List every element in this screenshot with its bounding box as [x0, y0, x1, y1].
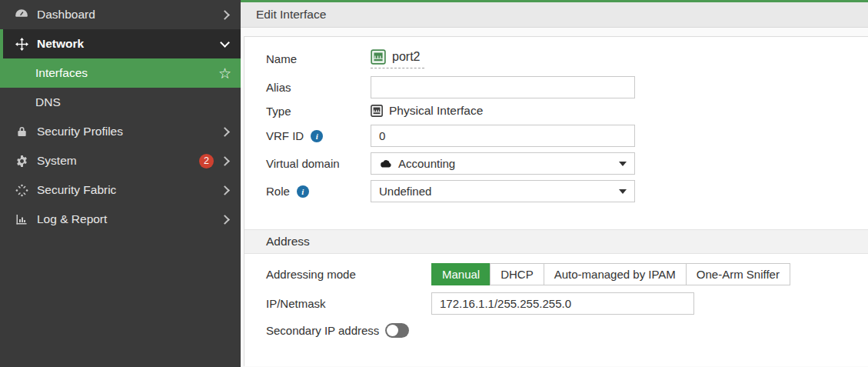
lock-icon — [14, 125, 29, 138]
vdom-row: Virtual domain Accounting — [266, 152, 868, 175]
type-label: Type — [266, 105, 371, 118]
address-section-header: Address — [244, 229, 868, 254]
sidebar-item-system[interactable]: System 2 — [0, 146, 241, 175]
ip-netmask-input[interactable] — [431, 292, 694, 315]
role-label: Role i — [266, 185, 371, 198]
secondary-ip-toggle[interactable] — [385, 323, 409, 338]
alias-row: Alias — [266, 76, 868, 98]
chevron-right-icon — [220, 10, 230, 20]
sidebar-item-label: Network — [37, 37, 84, 51]
sidebar-item-dashboard[interactable]: Dashboard — [0, 0, 241, 29]
fabric-icon — [14, 184, 29, 196]
caret-down-icon — [619, 189, 627, 194]
name-row: Name port2 — [266, 48, 868, 68]
vrf-label: VRF ID i — [266, 129, 371, 142]
sidebar-item-label: Interfaces — [35, 66, 88, 80]
page-title: Edit Interface — [256, 8, 326, 22]
sidebar-item-label: Log & Report — [37, 212, 107, 226]
interface-name-value[interactable]: port2 — [371, 48, 424, 68]
move-icon — [14, 38, 29, 50]
addressing-mode-ipam-button[interactable]: Auto-managed by IPAM — [544, 263, 687, 285]
virtual-domain-select[interactable]: Accounting — [371, 152, 635, 175]
secondary-ip-row: Secondary IP address — [266, 323, 868, 338]
gauge-icon — [14, 8, 29, 21]
sidebar-item-label: Security Profiles — [37, 125, 123, 138]
interface-type-text: Physical Interface — [389, 104, 483, 118]
gear-icon — [14, 155, 29, 167]
addressing-mode-dhcp-button[interactable]: DHCP — [490, 263, 544, 285]
type-row: Type Physical Interface — [266, 104, 868, 118]
chevron-down-icon — [220, 38, 230, 48]
sidebar-item-log-report[interactable]: Log & Report — [0, 205, 241, 234]
page-header: Edit Interface — [241, 2, 868, 28]
sidebar-item-dns[interactable]: DNS — [0, 88, 241, 117]
info-icon[interactable]: i — [311, 130, 323, 142]
sidebar: Dashboard Network Interfaces ☆ DNS Secur… — [0, 0, 241, 367]
vrf-id-input[interactable] — [371, 125, 635, 147]
ip-netmask-label: IP/Netmask — [266, 297, 431, 310]
role-row: Role i Undefined — [266, 180, 868, 202]
sidebar-item-label: System — [37, 154, 77, 168]
chevron-right-icon — [220, 215, 230, 225]
vrf-row: VRF ID i — [266, 125, 868, 147]
role-label-text: Role — [266, 185, 290, 198]
vrf-label-text: VRF ID — [266, 129, 304, 142]
sidebar-item-label: Security Fabric — [37, 183, 116, 197]
chevron-right-icon — [220, 156, 230, 166]
interface-name-text: port2 — [392, 50, 420, 64]
sidebar-item-label: DNS — [35, 95, 61, 109]
edit-interface-panel: Name port2 Alias Type Physical Interface — [244, 36, 868, 366]
name-label: Name — [266, 52, 371, 65]
virtual-domain-value: Accounting — [398, 157, 455, 170]
alias-label: Alias — [266, 81, 371, 94]
role-select[interactable]: Undefined — [371, 180, 635, 202]
sidebar-item-interfaces[interactable]: Interfaces ☆ — [0, 58, 241, 88]
addressing-mode-row: Addressing mode Manual DHCP Auto-managed… — [266, 263, 868, 285]
sidebar-item-label: Dashboard — [37, 8, 95, 22]
ethernet-port-icon — [371, 105, 383, 117]
bar-chart-icon — [14, 213, 29, 225]
cloud-icon — [379, 158, 392, 168]
info-icon[interactable]: i — [297, 185, 309, 198]
sidebar-item-security-profiles[interactable]: Security Profiles — [0, 117, 241, 146]
address-section-title: Address — [266, 235, 310, 249]
notification-badge: 2 — [199, 154, 214, 168]
toggle-knob — [387, 325, 398, 336]
chevron-right-icon — [220, 185, 230, 195]
caret-down-icon — [619, 162, 627, 166]
addressing-mode-sniffer-button[interactable]: One-Arm Sniffer — [686, 263, 790, 285]
role-value: Undefined — [379, 185, 431, 198]
addressing-mode-label: Addressing mode — [266, 268, 431, 281]
addressing-mode-segmented-control: Manual DHCP Auto-managed by IPAM One-Arm… — [431, 263, 790, 285]
ethernet-port-icon — [371, 49, 386, 65]
ip-netmask-row: IP/Netmask — [266, 292, 868, 315]
main-area: Edit Interface Name port2 Alias Type — [241, 0, 868, 367]
vdom-label: Virtual domain — [266, 157, 371, 170]
addressing-mode-manual-button[interactable]: Manual — [431, 263, 491, 285]
sidebar-item-security-fabric[interactable]: Security Fabric — [0, 175, 241, 205]
star-icon[interactable]: ☆ — [218, 66, 231, 81]
sidebar-item-network[interactable]: Network — [0, 29, 241, 58]
chevron-right-icon — [220, 127, 230, 137]
interface-type-value: Physical Interface — [371, 104, 483, 118]
content-area: Name port2 Alias Type Physical Interface — [241, 28, 868, 366]
alias-input[interactable] — [371, 76, 635, 98]
secondary-ip-label: Secondary IP address — [266, 324, 379, 337]
